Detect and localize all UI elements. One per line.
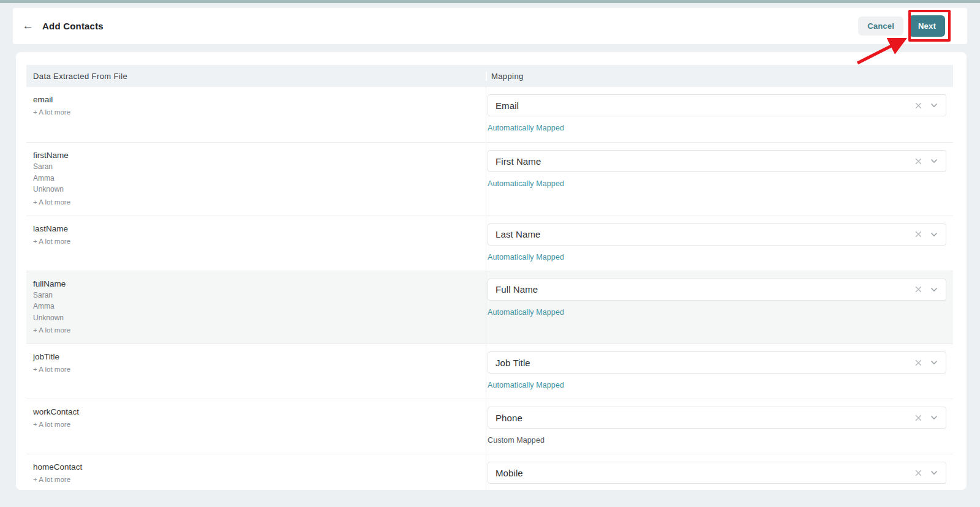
data-extracted-cell: workContact + A lot more bbox=[26, 399, 486, 454]
more-values-link[interactable]: + A lot more bbox=[33, 364, 486, 374]
mapping-select-value: First Name bbox=[496, 156, 914, 167]
field-name: fullName bbox=[33, 279, 486, 290]
mapping-cell: Job Title Automatically Mapped bbox=[486, 344, 953, 399]
header-bar: ← Add Contacts Cancel Next bbox=[13, 8, 967, 44]
data-extracted-cell: email + A lot more bbox=[26, 87, 486, 142]
data-extracted-cell: homeContact + A lot more bbox=[26, 454, 486, 490]
clear-icon[interactable] bbox=[914, 102, 922, 110]
mapping-card: Data Extracted From File Mapping email +… bbox=[16, 52, 967, 490]
data-extracted-cell: firstName SaranAmmaUnknown + A lot more bbox=[26, 143, 486, 216]
table-body: email + A lot more Email Automatically M… bbox=[26, 87, 953, 490]
mapping-cell: Mobile Custom Mapped bbox=[486, 454, 953, 490]
table-row: homeContact + A lot more Mobile Custom M… bbox=[26, 454, 953, 490]
clear-icon[interactable] bbox=[914, 414, 922, 422]
sample-values: SaranAmmaUnknown bbox=[33, 162, 486, 195]
sample-value: Saran bbox=[33, 162, 486, 173]
field-name: homeContact bbox=[33, 462, 486, 473]
sample-value: Unknown bbox=[33, 313, 486, 324]
mapping-status: Automatically Mapped bbox=[488, 179, 946, 188]
mapping-select[interactable]: Last Name bbox=[488, 223, 946, 246]
mapping-select[interactable]: Job Title bbox=[488, 351, 946, 374]
mapping-select[interactable]: Mobile bbox=[488, 462, 946, 484]
sample-value: Amma bbox=[33, 301, 486, 312]
mapping-select[interactable]: First Name bbox=[488, 150, 946, 172]
mapping-select-value: Full Name bbox=[496, 284, 914, 295]
sample-values: SaranAmmaUnknown bbox=[33, 290, 486, 324]
chevron-down-icon[interactable] bbox=[930, 468, 938, 477]
chevron-down-icon[interactable] bbox=[930, 230, 938, 239]
data-extracted-cell: fullName SaranAmmaUnknown + A lot more bbox=[26, 271, 486, 344]
table-row: firstName SaranAmmaUnknown + A lot more … bbox=[26, 142, 953, 216]
mapping-status: Automatically Mapped bbox=[488, 381, 946, 389]
mapping-select-value: Job Title bbox=[496, 358, 914, 368]
data-extracted-cell: jobTitle + A lot more bbox=[26, 344, 486, 399]
table-row: jobTitle + A lot more Job Title Automati… bbox=[26, 344, 953, 399]
mapping-status: Custom Mapped bbox=[488, 436, 946, 445]
table-header-row: Data Extracted From File Mapping bbox=[26, 65, 953, 87]
chevron-down-icon[interactable] bbox=[930, 413, 938, 422]
mapping-cell: First Name Automatically Mapped bbox=[486, 143, 953, 216]
chevron-down-icon[interactable] bbox=[930, 358, 938, 367]
table-row: lastName + A lot more Last Name Automati… bbox=[26, 216, 953, 271]
header-left: ← Add Contacts bbox=[22, 20, 104, 32]
mapping-status: Automatically Mapped bbox=[488, 124, 946, 132]
clear-icon[interactable] bbox=[914, 285, 922, 293]
field-name: firstName bbox=[33, 150, 486, 161]
top-accent-bar bbox=[0, 0, 980, 3]
column-header-data-extracted: Data Extracted From File bbox=[26, 72, 486, 81]
more-values-link[interactable]: + A lot more bbox=[33, 236, 486, 246]
mapping-select-value: Mobile bbox=[496, 468, 914, 478]
table-row: email + A lot more Email Automatically M… bbox=[26, 87, 953, 142]
more-values-link[interactable]: + A lot more bbox=[33, 419, 486, 429]
chevron-down-icon[interactable] bbox=[930, 285, 938, 294]
table-row: workContact + A lot more Phone Custom Ma… bbox=[26, 399, 953, 454]
table-row: fullName SaranAmmaUnknown + A lot more F… bbox=[26, 271, 953, 344]
clear-icon[interactable] bbox=[914, 230, 922, 238]
mapping-select-value: Phone bbox=[496, 413, 914, 423]
mapping-cell: Email Automatically Mapped bbox=[486, 87, 953, 142]
clear-icon[interactable] bbox=[914, 359, 922, 367]
mapping-status: Automatically Mapped bbox=[488, 308, 946, 317]
chevron-down-icon[interactable] bbox=[930, 157, 938, 165]
more-values-link[interactable]: + A lot more bbox=[33, 475, 486, 484]
field-name: email bbox=[33, 94, 486, 105]
mapping-select[interactable]: Email bbox=[488, 94, 946, 116]
mapping-cell: Full Name Automatically Mapped bbox=[486, 271, 953, 344]
clear-icon[interactable] bbox=[914, 469, 922, 477]
field-name: jobTitle bbox=[33, 351, 486, 362]
mapping-select[interactable]: Phone bbox=[488, 407, 946, 429]
field-name: workContact bbox=[33, 407, 486, 418]
sample-value: Unknown bbox=[33, 184, 486, 195]
chevron-down-icon[interactable] bbox=[930, 101, 938, 110]
sample-value: Saran bbox=[33, 290, 486, 301]
mapping-select-value: Last Name bbox=[496, 229, 914, 239]
sample-value: Amma bbox=[33, 173, 486, 184]
mapping-status: Automatically Mapped bbox=[488, 253, 946, 261]
header-actions: Cancel Next bbox=[858, 15, 945, 37]
mapping-cell: Last Name Automatically Mapped bbox=[486, 216, 953, 271]
cancel-button[interactable]: Cancel bbox=[858, 17, 903, 36]
mapping-cell: Phone Custom Mapped bbox=[486, 399, 953, 454]
page-title: Add Contacts bbox=[42, 21, 104, 31]
next-button[interactable]: Next bbox=[909, 15, 945, 37]
clear-icon[interactable] bbox=[914, 157, 922, 165]
back-arrow-icon[interactable]: ← bbox=[22, 20, 34, 31]
more-values-link[interactable]: + A lot more bbox=[33, 197, 486, 207]
data-extracted-cell: lastName + A lot more bbox=[26, 216, 486, 271]
mapping-select[interactable]: Full Name bbox=[488, 279, 946, 301]
mapping-table: Data Extracted From File Mapping email +… bbox=[26, 65, 953, 490]
more-values-link[interactable]: + A lot more bbox=[33, 325, 486, 335]
more-values-link[interactable]: + A lot more bbox=[33, 107, 486, 117]
column-header-mapping: Mapping bbox=[486, 72, 953, 81]
mapping-select-value: Email bbox=[496, 100, 914, 111]
field-name: lastName bbox=[33, 223, 486, 235]
